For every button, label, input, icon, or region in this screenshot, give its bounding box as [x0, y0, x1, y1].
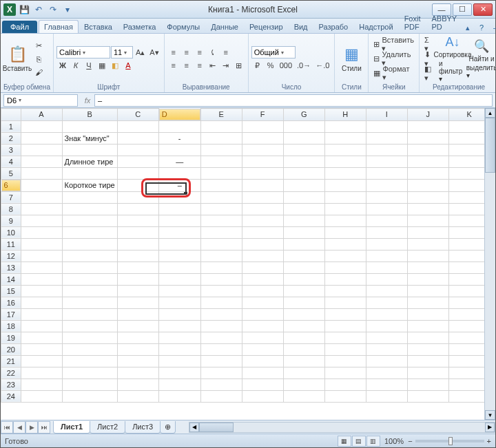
- cell-I14[interactable]: [366, 273, 407, 285]
- row-header-6[interactable]: 6: [1, 180, 21, 191]
- cell-B18[interactable]: [62, 320, 117, 332]
- doc-min-icon[interactable]: –: [490, 22, 496, 33]
- cell-F2[interactable]: [242, 132, 283, 144]
- cell-C4[interactable]: [117, 156, 158, 167]
- cell-B24[interactable]: [62, 390, 117, 402]
- row-header-5[interactable]: 5: [1, 167, 21, 179]
- cell-F16[interactable]: [242, 297, 283, 308]
- cell-A16[interactable]: [21, 297, 62, 308]
- cell-A11[interactable]: [21, 238, 62, 250]
- cell-J20[interactable]: [407, 343, 448, 355]
- cell-E24[interactable]: [200, 390, 242, 402]
- cell-A22[interactable]: [21, 367, 62, 378]
- cell-F12[interactable]: [242, 250, 283, 262]
- cell-H20[interactable]: [324, 343, 366, 355]
- find-select-button[interactable]: 🔍 Найти и выделить ▾: [468, 35, 495, 83]
- help-icon[interactable]: ?: [476, 22, 487, 33]
- cell-B11[interactable]: [62, 238, 117, 250]
- cell-C8[interactable]: [117, 203, 158, 215]
- cell-F20[interactable]: [242, 343, 283, 355]
- row-header-13[interactable]: 13: [1, 262, 21, 273]
- align-right-icon[interactable]: ≡: [194, 59, 206, 72]
- cell-I17[interactable]: [366, 308, 407, 320]
- cell-A19[interactable]: [21, 332, 62, 343]
- cell-E19[interactable]: [200, 332, 242, 343]
- qat-dropdown-icon[interactable]: ▾: [61, 3, 74, 16]
- sort-filter-button[interactable]: A↓ Сортировка и фильтр ▾: [439, 35, 466, 83]
- cell-G6[interactable]: [283, 179, 324, 191]
- cell-D14[interactable]: [158, 273, 200, 285]
- cell-G22[interactable]: [283, 367, 324, 378]
- zoom-level[interactable]: 100%: [384, 437, 404, 445]
- minimize-ribbon-icon[interactable]: ▴: [462, 22, 473, 33]
- cell-B10[interactable]: [62, 226, 117, 238]
- cell-A9[interactable]: [21, 215, 62, 226]
- cell-F24[interactable]: [242, 390, 283, 402]
- scroll-down-icon[interactable]: ▼: [485, 410, 495, 420]
- cell-G16[interactable]: [283, 297, 324, 308]
- cell-C12[interactable]: [117, 250, 158, 262]
- cell-A14[interactable]: [21, 273, 62, 285]
- cell-H2[interactable]: [324, 132, 366, 144]
- formula-input[interactable]: –: [94, 94, 493, 107]
- cell-F6[interactable]: [242, 179, 283, 191]
- cell-B20[interactable]: [62, 343, 117, 355]
- font-size-select[interactable]: 11: [111, 46, 133, 58]
- cell-F21[interactable]: [242, 355, 283, 367]
- cell-E20[interactable]: [200, 343, 242, 355]
- cell-C15[interactable]: [117, 285, 158, 297]
- row-header-19[interactable]: 19: [1, 332, 21, 343]
- cell-H15[interactable]: [324, 285, 366, 297]
- cell-A1[interactable]: [21, 120, 62, 132]
- cell-B21[interactable]: [62, 355, 117, 367]
- view-layout-icon[interactable]: ▤: [352, 436, 366, 447]
- cell-A12[interactable]: [21, 250, 62, 262]
- clear-icon[interactable]: ◧ ▾: [422, 67, 435, 80]
- cell-C20[interactable]: [117, 343, 158, 355]
- cell-G15[interactable]: [283, 285, 324, 297]
- cell-G9[interactable]: [283, 215, 324, 226]
- cell-H6[interactable]: [324, 179, 366, 191]
- cell-H16[interactable]: [324, 297, 366, 308]
- cell-F17[interactable]: [242, 308, 283, 320]
- cell-G12[interactable]: [283, 250, 324, 262]
- cell-H22[interactable]: [324, 367, 366, 378]
- merge-icon[interactable]: ⊞: [233, 59, 245, 72]
- view-normal-icon[interactable]: ▦: [338, 436, 351, 447]
- cell-A15[interactable]: [21, 285, 62, 297]
- cell-I1[interactable]: [366, 120, 407, 132]
- col-header-j[interactable]: J: [407, 109, 448, 121]
- underline-button[interactable]: Ч: [83, 59, 95, 72]
- cell-B19[interactable]: [62, 332, 117, 343]
- col-header-a[interactable]: A: [21, 109, 62, 121]
- cell-G11[interactable]: [283, 238, 324, 250]
- cell-H24[interactable]: [324, 390, 366, 402]
- cell-E10[interactable]: [200, 226, 242, 238]
- cell-F8[interactable]: [242, 203, 283, 215]
- cell-A24[interactable]: [21, 390, 62, 402]
- cell-A17[interactable]: [21, 308, 62, 320]
- cell-E15[interactable]: [200, 285, 242, 297]
- sheet-tab-1[interactable]: Лист1: [53, 421, 90, 434]
- cell-I19[interactable]: [366, 332, 407, 343]
- cell-B4[interactable]: Длинное тире: [62, 156, 117, 167]
- cell-D5[interactable]: [158, 167, 200, 179]
- cell-B6[interactable]: Короткое тире: [62, 179, 117, 191]
- col-header-e[interactable]: E: [200, 109, 242, 121]
- cell-C6[interactable]: [117, 179, 158, 191]
- wrap-text-icon[interactable]: ≡: [220, 46, 232, 58]
- cut-icon[interactable]: ✂: [32, 40, 45, 52]
- cell-F19[interactable]: [242, 332, 283, 343]
- cell-G2[interactable]: [283, 132, 324, 144]
- cell-I11[interactable]: [366, 238, 407, 250]
- cell-B15[interactable]: [62, 285, 117, 297]
- cell-D11[interactable]: [158, 238, 200, 250]
- cell-H13[interactable]: [324, 262, 366, 273]
- cell-C23[interactable]: [117, 378, 158, 390]
- zoom-slider-thumb[interactable]: [448, 437, 453, 445]
- cell-J23[interactable]: [407, 378, 448, 390]
- vertical-scrollbar[interactable]: ▲ ▼: [484, 108, 495, 420]
- cell-H21[interactable]: [324, 355, 366, 367]
- cell-A6[interactable]: [21, 179, 62, 191]
- cell-G10[interactable]: [283, 226, 324, 238]
